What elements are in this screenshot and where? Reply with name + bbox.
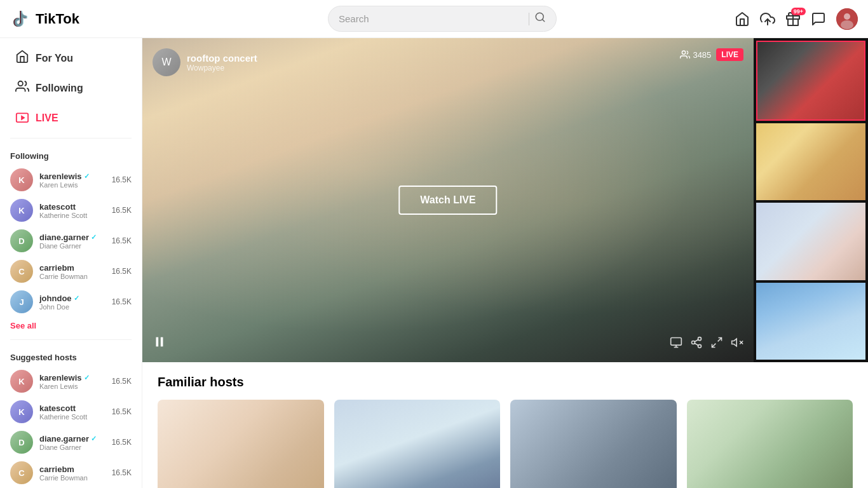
tiktok-logo-icon bbox=[10, 8, 32, 30]
following-label: Following bbox=[36, 83, 83, 94]
handle-suggested-karen: Karen Lewis bbox=[39, 383, 105, 390]
screen-button[interactable] bbox=[670, 336, 682, 352]
host-card-1[interactable]: 5.3K viewers LIVE Had so much fun with t… bbox=[334, 400, 501, 488]
avatar-carrie: C bbox=[10, 260, 33, 283]
count-karen: 16.5K bbox=[112, 175, 132, 184]
watch-live-button[interactable]: Watch LIVE bbox=[398, 186, 497, 215]
following-user-diane[interactable]: D diane.garner ✓ Diane Garner 16.5K bbox=[0, 226, 142, 256]
svg-point-18 bbox=[692, 341, 695, 344]
user-avatar[interactable] bbox=[836, 8, 858, 30]
svg-rect-12 bbox=[156, 337, 159, 347]
svg-rect-14 bbox=[671, 338, 682, 346]
following-section-title: Following bbox=[0, 144, 142, 165]
section-title: Familiar hosts bbox=[158, 375, 853, 390]
handle-kate: Katherine Scott bbox=[39, 212, 105, 219]
handle-suggested-carrie: Carrie Bowman bbox=[39, 474, 105, 482]
username-carrie: carriebm bbox=[39, 263, 105, 273]
handle-karen: Karen Lewis bbox=[39, 181, 105, 189]
user-info-suggested-diane: diane.garner ✓ Diane Garner bbox=[39, 434, 105, 451]
count-suggested-karen: 16.5K bbox=[112, 377, 132, 386]
share-icon bbox=[690, 336, 703, 349]
thumb-image-0 bbox=[757, 42, 864, 119]
live-main-video[interactable]: W rooftop concert Wowpayee 3485 LIVE bbox=[142, 38, 754, 362]
search-input[interactable] bbox=[339, 13, 524, 24]
live-hero: W rooftop concert Wowpayee 3485 LIVE bbox=[142, 38, 868, 362]
host-card-2[interactable]: 44.5K viewers LIVE Follow us for more va… bbox=[510, 400, 677, 488]
verified-suggested-diane: ✓ bbox=[91, 435, 97, 443]
following-user-karen[interactable]: K karenlewis ✓ Karen Lewis 16.5K bbox=[0, 165, 142, 195]
messages-button[interactable] bbox=[811, 11, 826, 27]
logo-text: TikTok bbox=[36, 11, 79, 27]
verified-diane: ✓ bbox=[91, 233, 97, 241]
fullscreen-icon bbox=[710, 336, 723, 349]
live-avatar: W bbox=[153, 48, 180, 76]
search-icon bbox=[534, 11, 546, 23]
viewer-count: 3485 bbox=[680, 50, 711, 60]
avatar-icon bbox=[836, 8, 858, 30]
suggested-section-title: Suggested hosts bbox=[0, 345, 142, 366]
following-nav-icon bbox=[15, 79, 29, 97]
thumb-image-3 bbox=[756, 283, 865, 360]
user-info-john: johndoe ✓ John Doe bbox=[39, 294, 105, 311]
nav-following[interactable]: Following bbox=[5, 73, 137, 103]
username-suggested-diane: diane.garner ✓ bbox=[39, 434, 105, 444]
sidebar-divider-1 bbox=[10, 138, 132, 139]
handle-diane: Diane Garner bbox=[39, 242, 105, 250]
logo-area: TikTok bbox=[10, 8, 150, 30]
header-icons: 99+ bbox=[735, 8, 858, 30]
avatar-diane: D bbox=[10, 229, 33, 252]
user-info-diane: diane.garner ✓ Diane Garner bbox=[39, 233, 105, 250]
home-button[interactable] bbox=[735, 11, 750, 27]
svg-marker-24 bbox=[732, 339, 737, 346]
username-suggested-karen: karenlewis ✓ bbox=[39, 373, 105, 383]
avatar-suggested-diane: D bbox=[10, 431, 33, 454]
live-label: LIVE bbox=[36, 112, 58, 124]
suggested-user-carrie[interactable]: C carriebm Carrie Bowman 16.5K bbox=[0, 458, 142, 488]
messages-icon bbox=[811, 11, 826, 27]
thumbnail-0[interactable] bbox=[756, 41, 865, 121]
handle-john: John Doe bbox=[39, 303, 105, 311]
thumbnail-3[interactable] bbox=[756, 283, 865, 360]
host-card-0[interactable]: 11.6K viewers LIVE Celtics @ Heat | NBA … bbox=[158, 400, 324, 488]
pause-button[interactable] bbox=[153, 335, 166, 352]
following-user-carrie[interactable]: C carriebm Carrie Bowman 16.5K bbox=[0, 256, 142, 287]
count-suggested-kate: 16.5K bbox=[112, 407, 132, 416]
share-button[interactable] bbox=[690, 336, 703, 352]
svg-line-1 bbox=[542, 19, 544, 21]
thumbnail-1[interactable] bbox=[756, 123, 865, 201]
svg-point-8 bbox=[18, 81, 23, 86]
svg-point-19 bbox=[698, 344, 702, 348]
svg-line-23 bbox=[712, 344, 716, 348]
mute-button[interactable] bbox=[731, 336, 743, 352]
header: TikTok bbox=[0, 0, 868, 38]
fullscreen-button[interactable] bbox=[710, 336, 723, 352]
host-thumb-1: 5.3K viewers LIVE bbox=[334, 400, 501, 488]
username-john: johndoe ✓ bbox=[39, 294, 105, 303]
live-badge: LIVE bbox=[716, 48, 743, 61]
count-diane: 16.5K bbox=[112, 236, 132, 245]
suggested-user-kate[interactable]: K katescott Katherine Scott 16.5K bbox=[0, 396, 142, 427]
following-user-kate[interactable]: K katescott Katherine Scott 16.5K bbox=[0, 195, 142, 226]
svg-point-11 bbox=[682, 51, 686, 54]
suggested-user-diane[interactable]: D diane.garner ✓ Diane Garner 16.5K bbox=[0, 427, 142, 458]
upload-button[interactable] bbox=[760, 11, 775, 27]
thumbnail-2[interactable] bbox=[756, 203, 865, 280]
nav-for-you[interactable]: For You bbox=[5, 43, 137, 73]
verified-suggested-karen: ✓ bbox=[84, 374, 90, 382]
suggested-user-karen[interactable]: K karenlewis ✓ Karen Lewis 16.5K bbox=[0, 366, 142, 396]
live-avatar-inner: W bbox=[153, 48, 180, 76]
live-title: rooftop concert bbox=[187, 53, 257, 64]
search-bar bbox=[328, 6, 557, 32]
upload-icon bbox=[760, 11, 775, 27]
hosts-grid: 11.6K viewers LIVE Celtics @ Heat | NBA … bbox=[158, 400, 853, 488]
search-button[interactable] bbox=[534, 11, 546, 26]
nav-live[interactable]: LIVE bbox=[5, 103, 137, 133]
host-card-3[interactable]: 6K viewers LIVE Soaking up the gorgeous … bbox=[687, 400, 853, 488]
for-you-label: For You bbox=[36, 53, 73, 64]
see-all-button[interactable]: See all bbox=[0, 317, 142, 334]
svg-line-22 bbox=[718, 338, 722, 342]
gift-button[interactable]: 99+ bbox=[785, 11, 801, 27]
search-divider bbox=[529, 13, 529, 25]
following-user-john[interactable]: J johndoe ✓ John Doe 16.5K bbox=[0, 287, 142, 317]
host-thumb-bg-3 bbox=[687, 400, 853, 488]
